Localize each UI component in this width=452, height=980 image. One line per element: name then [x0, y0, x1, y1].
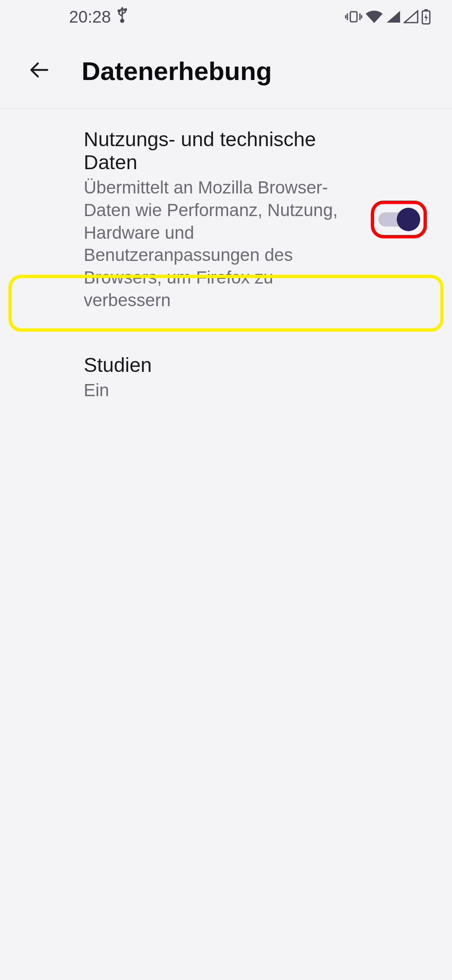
status-time: 20:28	[69, 8, 111, 26]
usage-technical-data-row[interactable]: Nutzungs- und technische Daten Übermitte…	[0, 109, 452, 330]
row-text: Studien Ein	[84, 353, 427, 402]
row-text: Nutzungs- und technische Daten Übermitte…	[84, 128, 354, 312]
wifi-icon	[365, 10, 383, 24]
row-description: Übermittelt an Mozilla Browser-Daten wie…	[84, 176, 354, 312]
app-bar: Datenerhebung	[0, 34, 452, 109]
back-button[interactable]	[17, 48, 63, 94]
vibrate-icon	[345, 10, 362, 23]
arrow-left-icon	[28, 59, 51, 83]
row-title: Studien	[84, 353, 427, 377]
svg-point-1	[118, 9, 121, 13]
row-description: Ein	[84, 379, 427, 402]
signal-full-icon	[386, 10, 401, 23]
signal-empty-icon	[403, 10, 419, 23]
settings-list: Nutzungs- und technische Daten Übermitte…	[0, 109, 452, 424]
svg-rect-0	[124, 8, 127, 10]
status-right	[345, 9, 431, 25]
svg-rect-3	[350, 12, 357, 22]
svg-point-2	[120, 18, 124, 23]
svg-rect-5	[424, 9, 428, 11]
usage-data-toggle[interactable]	[378, 208, 419, 231]
page-title: Datenerhebung	[82, 56, 272, 86]
highlight-red	[371, 201, 427, 238]
status-left: 20:28	[69, 7, 128, 27]
studies-row[interactable]: Studien Ein	[0, 330, 452, 425]
row-title: Nutzungs- und technische Daten	[84, 128, 354, 174]
usb-icon	[116, 7, 128, 27]
battery-charging-icon	[421, 9, 431, 25]
status-bar: 20:28	[0, 0, 452, 34]
toggle-knob	[397, 208, 420, 231]
